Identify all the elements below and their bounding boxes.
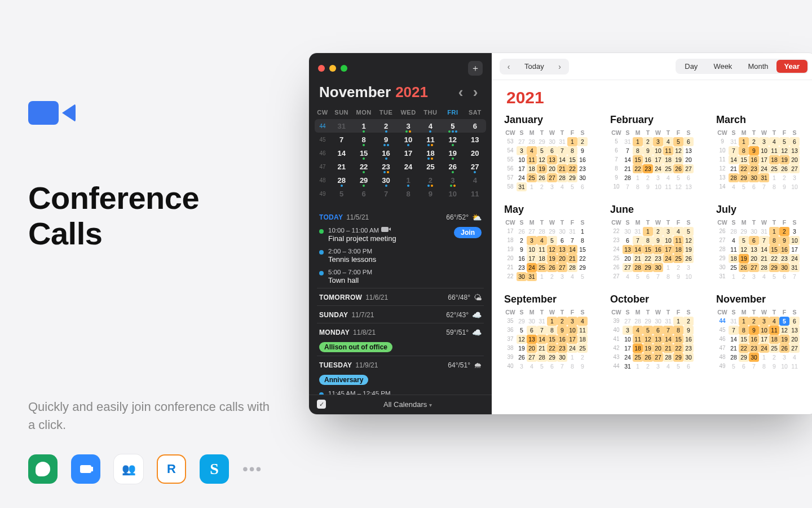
year-day[interactable]: 5 bbox=[729, 362, 739, 371]
mini-day[interactable]: 30 bbox=[375, 176, 397, 185]
year-day[interactable]: 5 bbox=[779, 137, 789, 146]
year-day[interactable]: 2 bbox=[673, 263, 683, 272]
year-day[interactable]: 5 bbox=[633, 272, 643, 281]
year-day[interactable]: 18 bbox=[769, 155, 779, 164]
year-day[interactable]: 6 bbox=[779, 272, 789, 281]
join-call-button[interactable]: Join bbox=[454, 227, 482, 238]
year-day[interactable]: 1 bbox=[633, 137, 643, 146]
year-day[interactable]: 13 bbox=[789, 326, 800, 335]
year-day[interactable]: 25 bbox=[729, 263, 739, 272]
year-day[interactable]: 23 bbox=[749, 344, 759, 353]
year-day[interactable]: 25 bbox=[537, 263, 547, 272]
mini-day[interactable]: 7 bbox=[330, 135, 352, 144]
year-day[interactable]: 30 bbox=[749, 173, 759, 182]
year-month-march[interactable]: MarchCWSMTWTFS93112345610789101112131114… bbox=[716, 114, 806, 191]
year-day[interactable]: 9 bbox=[749, 326, 759, 335]
year-day[interactable]: 20 bbox=[527, 344, 537, 353]
year-day[interactable]: 8 bbox=[663, 272, 673, 281]
year-day[interactable]: 6 bbox=[749, 182, 759, 191]
year-day[interactable]: 12 bbox=[779, 326, 789, 335]
mini-day[interactable]: 15 bbox=[352, 149, 374, 157]
year-day[interactable]: 26 bbox=[537, 173, 547, 182]
year-day[interactable]: 30 bbox=[749, 353, 759, 362]
year-day[interactable]: 8 bbox=[769, 236, 779, 245]
year-day[interactable]: 2 bbox=[643, 137, 653, 146]
year-day[interactable]: 5 bbox=[567, 182, 577, 191]
year-day[interactable]: 7 bbox=[557, 146, 567, 155]
year-day[interactable]: 21 bbox=[567, 254, 577, 263]
year-day[interactable]: 17 bbox=[663, 245, 673, 254]
year-day[interactable]: 13 bbox=[653, 335, 663, 344]
mini-day[interactable]: 10 bbox=[397, 135, 419, 144]
view-year-button[interactable]: Year bbox=[776, 60, 807, 73]
year-day[interactable]: 9 bbox=[779, 182, 789, 191]
year-day[interactable]: 28 bbox=[567, 263, 577, 272]
year-day[interactable]: 27 bbox=[527, 227, 537, 236]
year-day[interactable]: 29 bbox=[547, 227, 557, 236]
agenda-event[interactable]: 2:00 – 3:00 PMTennis lessons bbox=[317, 246, 484, 267]
year-day[interactable]: 7 bbox=[623, 146, 633, 155]
mini-day[interactable]: 3 bbox=[397, 122, 419, 130]
year-day[interactable]: 7 bbox=[633, 236, 643, 245]
year-day[interactable]: 8 bbox=[759, 362, 769, 371]
year-day[interactable]: 24 bbox=[653, 164, 663, 173]
year-day[interactable]: 2 bbox=[517, 236, 527, 245]
year-day[interactable]: 28 bbox=[537, 353, 547, 362]
year-day[interactable]: 10 bbox=[789, 182, 800, 191]
year-day[interactable]: 27 bbox=[623, 317, 633, 326]
year-day[interactable]: 26 bbox=[779, 344, 789, 353]
year-day[interactable]: 10 bbox=[789, 236, 800, 245]
year-day[interactable]: 18 bbox=[769, 335, 779, 344]
year-day[interactable]: 16 bbox=[643, 155, 653, 164]
next-month-button[interactable]: › bbox=[469, 86, 482, 99]
year-day[interactable]: 7 bbox=[729, 326, 739, 335]
year-day[interactable]: 15 bbox=[633, 155, 643, 164]
mini-day[interactable]: 10 bbox=[442, 190, 464, 198]
year-day[interactable]: 24 bbox=[759, 164, 769, 173]
year-day[interactable]: 22 bbox=[547, 344, 557, 353]
year-day[interactable]: 11 bbox=[769, 326, 779, 335]
year-day[interactable]: 21 bbox=[729, 344, 739, 353]
year-day[interactable]: 3 bbox=[683, 263, 694, 272]
year-day[interactable]: 16 bbox=[683, 335, 694, 344]
year-day[interactable]: 16 bbox=[749, 155, 759, 164]
year-day[interactable]: 21 bbox=[759, 254, 769, 263]
year-day[interactable]: 22 bbox=[643, 254, 653, 263]
year-day[interactable]: 31 bbox=[537, 317, 547, 326]
year-month-february[interactable]: FebruaryCWSMTWTFS53112345667891011121371… bbox=[610, 114, 700, 191]
mini-day[interactable]: 14 bbox=[330, 149, 352, 157]
year-day[interactable]: 11 bbox=[789, 362, 800, 371]
year-day[interactable]: 4 bbox=[663, 173, 673, 182]
year-day[interactable]: 12 bbox=[517, 335, 527, 344]
mini-day[interactable]: 2 bbox=[420, 176, 442, 185]
mini-day[interactable]: 24 bbox=[397, 163, 419, 171]
year-day[interactable]: 1 bbox=[759, 353, 769, 362]
year-day[interactable]: 28 bbox=[537, 227, 547, 236]
year-day[interactable]: 1 bbox=[537, 272, 547, 281]
year-day[interactable]: 9 bbox=[557, 326, 567, 335]
year-day[interactable]: 4 bbox=[527, 362, 537, 371]
mini-day[interactable]: 1 bbox=[397, 176, 419, 185]
year-day[interactable]: 8 bbox=[547, 326, 557, 335]
year-day[interactable]: 31 bbox=[759, 227, 769, 236]
year-day[interactable]: 19 bbox=[517, 344, 527, 353]
year-day[interactable]: 1 bbox=[633, 173, 643, 182]
mini-day[interactable]: 25 bbox=[420, 163, 442, 171]
year-day[interactable]: 3 bbox=[789, 227, 800, 236]
agenda-event[interactable]: Anniversary bbox=[317, 373, 484, 388]
year-day[interactable]: 11 bbox=[663, 182, 673, 191]
mini-day[interactable]: 4 bbox=[420, 122, 442, 130]
year-day[interactable]: 11 bbox=[769, 146, 779, 155]
year-day[interactable]: 12 bbox=[779, 146, 789, 155]
year-day[interactable]: 7 bbox=[567, 236, 577, 245]
year-day[interactable]: 20 bbox=[789, 155, 800, 164]
year-day[interactable]: 31 bbox=[623, 137, 633, 146]
year-day[interactable]: 6 bbox=[643, 272, 653, 281]
year-day[interactable]: 22 bbox=[769, 254, 779, 263]
year-day[interactable]: 7 bbox=[623, 182, 633, 191]
year-day[interactable]: 23 bbox=[749, 164, 759, 173]
year-day[interactable]: 29 bbox=[739, 353, 749, 362]
mini-day[interactable]: 13 bbox=[464, 135, 486, 144]
year-day[interactable]: 26 bbox=[739, 263, 749, 272]
prev-month-button[interactable]: ‹ bbox=[454, 86, 467, 99]
